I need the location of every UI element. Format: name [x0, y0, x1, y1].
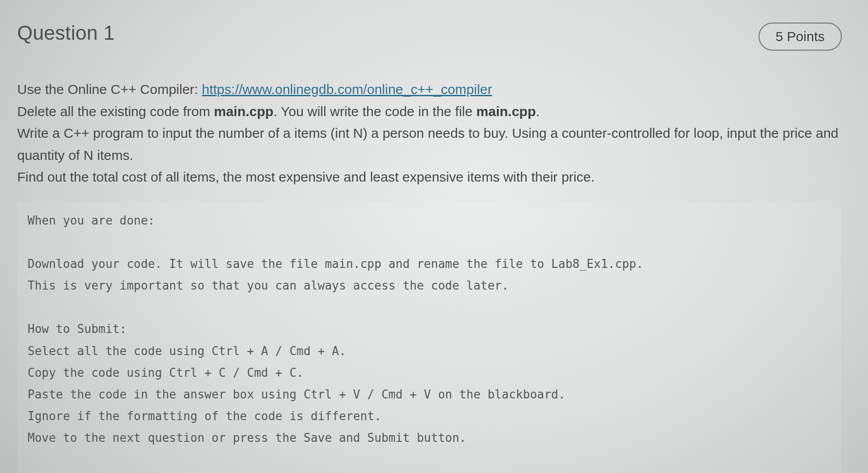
instructions-code-block: When you are done: Download your code. I…: [17, 201, 842, 473]
question-body: Use the Online C++ Compiler: https://www…: [17, 79, 842, 188]
pre-line-6: How to Submit:: [28, 322, 127, 336]
pre-line-10: Ignore if the formatting of the code is …: [28, 409, 382, 423]
body-line3: Write a C++ program to input the number …: [17, 126, 839, 163]
pre-line-7: Select all the code using Ctrl + A / Cmd…: [28, 344, 346, 358]
points-badge: 5 Points: [759, 23, 842, 51]
body-line2-c: . You will write the code in the file: [274, 104, 476, 119]
body-line2-a: Delete all the existing code from: [17, 104, 214, 119]
pre-line-8: Copy the code using Ctrl + C / Cmd + C.: [28, 366, 303, 379]
pre-line-4: This is very important so that you can a…: [28, 279, 509, 292]
pre-line-3: Download your code. It will save the fil…: [28, 257, 643, 271]
body-line2-b: main.cpp: [214, 104, 274, 119]
pre-line-11: Move to the next question or press the S…: [28, 431, 467, 445]
body-line1-prefix: Use the Online C++ Compiler:: [17, 82, 202, 97]
body-line2-e: .: [536, 104, 539, 119]
question-title: Question 1: [17, 22, 115, 44]
page: Question 1 5 Points Use the Online C++ C…: [0, 0, 868, 473]
body-line4: Find out the total cost of all items, th…: [17, 169, 594, 184]
pre-line-1: When you are done:: [28, 214, 155, 227]
compiler-link[interactable]: https://www.onlinegdb.com/online_c++_com…: [202, 82, 492, 97]
pre-line-9: Paste the code in the answer box using C…: [28, 388, 566, 401]
question-header: Question 1 5 Points: [17, 22, 842, 51]
question-card: Question 1 5 Points Use the Online C++ C…: [8, 9, 860, 473]
body-line2-d: main.cpp: [476, 104, 536, 119]
